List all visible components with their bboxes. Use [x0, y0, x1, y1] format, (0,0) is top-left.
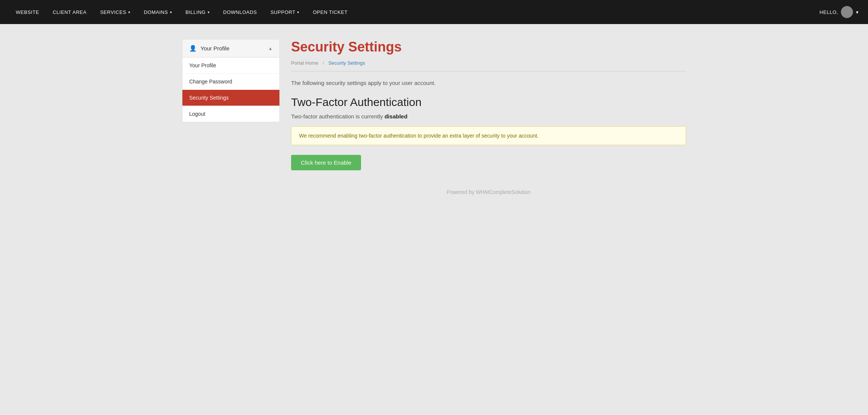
user-icon: 👤 [189, 45, 197, 52]
breadcrumb-separator: / [323, 60, 324, 66]
sidebar-item-security-settings[interactable]: Security Settings [182, 90, 279, 106]
nav-services[interactable]: SERVICES ▾ [93, 0, 137, 24]
sidebar-collapse-icon[interactable]: ▲ [268, 46, 273, 51]
section-description: The following security settings apply to… [291, 80, 686, 86]
breadcrumb: Portal Home / Security Settings [291, 60, 686, 71]
nav-hello[interactable]: HELLO, ▾ [819, 6, 859, 18]
main-wrapper: 👤 Your Profile ▲ Your Profile Change Pas… [171, 24, 697, 210]
tfa-heading: Two-Factor Authentication [291, 96, 686, 109]
top-navigation: WEBSITE CLIENT AREA SERVICES ▾ DOMAINS ▾… [0, 0, 868, 24]
powered-by-name: WHMCompleteSolution [476, 189, 531, 195]
sidebar-header-label: Your Profile [200, 45, 229, 51]
avatar [841, 6, 853, 18]
nav-downloads[interactable]: DOWNLOADS [216, 0, 264, 24]
nav-support[interactable]: SUPPORT ▾ [264, 0, 306, 24]
alert-warning: We recommend enabling two-factor authent… [291, 126, 686, 145]
domains-caret-icon: ▾ [170, 10, 172, 14]
nav-client-area[interactable]: CLIENT AREA [46, 0, 93, 24]
nav-website[interactable]: WEBSITE [9, 0, 46, 24]
sidebar-item-change-password[interactable]: Change Password [182, 74, 279, 90]
main-content: Security Settings Portal Home / Security… [291, 39, 686, 195]
page-title: Security Settings [291, 39, 686, 55]
services-caret-icon: ▾ [128, 10, 131, 14]
sidebar-header: 👤 Your Profile ▲ [182, 39, 279, 58]
sidebar-item-logout[interactable]: Logout [182, 106, 279, 122]
nav-open-ticket[interactable]: OPEN TICKET [306, 0, 354, 24]
hello-caret-icon: ▾ [856, 9, 859, 15]
breadcrumb-home-link[interactable]: Portal Home [291, 60, 318, 66]
sidebar: 👤 Your Profile ▲ Your Profile Change Pas… [182, 39, 280, 195]
nav-domains[interactable]: DOMAINS ▾ [137, 0, 179, 24]
nav-billing[interactable]: BILLING ▾ [179, 0, 216, 24]
sidebar-item-your-profile[interactable]: Your Profile [182, 58, 279, 74]
billing-caret-icon: ▾ [208, 10, 210, 14]
tfa-status-value: disabled [384, 113, 407, 120]
enable-tfa-button[interactable]: Click here to Enable [291, 155, 361, 170]
sidebar-card: 👤 Your Profile ▲ Your Profile Change Pas… [182, 39, 280, 122]
breadcrumb-current: Security Settings [328, 60, 365, 66]
support-caret-icon: ▾ [297, 10, 299, 14]
tfa-status: Two-factor authentication is currently d… [291, 113, 686, 120]
powered-by: Powered by WHMCompleteSolution [291, 189, 686, 195]
